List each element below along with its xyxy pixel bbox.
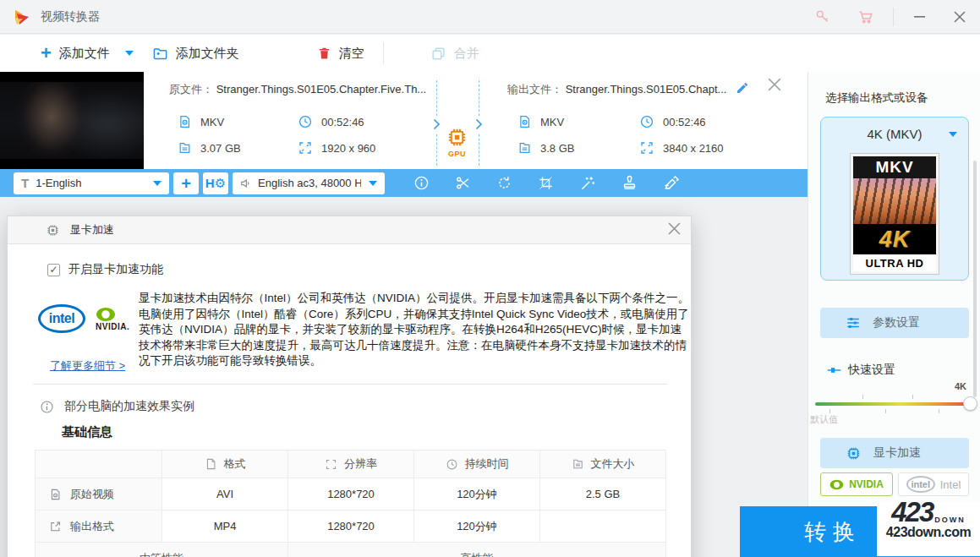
source-resolution: 1920 x 960 [298, 140, 375, 156]
checkbox-checked[interactable]: ✓ [47, 264, 60, 276]
subtitle-edit-icon[interactable] [663, 175, 680, 192]
parameter-settings-button[interactable]: 参数设置 [820, 308, 969, 338]
add-folder-button[interactable]: 添加文件夹 [152, 46, 239, 62]
enable-gpu-checkbox[interactable]: ✓ 开启显卡加速功能 [47, 262, 163, 277]
clock-icon [298, 114, 313, 129]
info-icon [40, 400, 54, 414]
clock-icon [639, 114, 654, 129]
gpu-status-icon: GPU [446, 126, 468, 158]
subtitle-track-value: 1-English [36, 177, 145, 189]
cart-icon[interactable] [844, 0, 888, 33]
chevron-right-icon [432, 116, 441, 133]
chevron-down-icon [153, 181, 162, 186]
rotate-icon[interactable] [496, 175, 512, 191]
output-panel-title: 选择输出格式或设备 [825, 90, 928, 106]
divider [33, 384, 667, 385]
app-window: 视频转换器 + 添加文件 添加文件夹 [0, 0, 980, 557]
learn-more-link[interactable]: 了解更多细节 > [50, 358, 125, 374]
chevron-right-icon [474, 116, 483, 133]
subtitle-track-select[interactable]: T 1-English [14, 172, 169, 194]
plus-icon: + [41, 44, 52, 63]
output-file-name: Stranger.Things.S01E05.Chapt... [566, 83, 727, 96]
info-icon[interactable] [413, 175, 430, 191]
app-logo-icon [12, 7, 32, 27]
subtitle-t-icon: T [21, 176, 29, 190]
add-subtitle-button[interactable]: + [173, 172, 199, 194]
sliders-icon [846, 315, 861, 330]
hd-settings-button[interactable]: H ⚙ [203, 172, 228, 194]
format-badge: MKV 4K ULTRA HD [850, 153, 939, 275]
table-row-source: 原始视频 AVI 1280*720 120分钟 2.5 GB [36, 478, 666, 511]
merge-button: 合并 [430, 46, 479, 62]
table-header-row: 格式 分辨率 持续时间 文件大小 [36, 451, 666, 478]
watermark-site: 423down.com [877, 525, 980, 540]
output-resolution: 3840 x 2160 [639, 140, 724, 156]
file-row: 原文件： Stranger.Things.S01E05.Chapter.Five… [0, 72, 808, 169]
convert-button[interactable]: 转换 423 DOWN 423down.com [740, 506, 980, 557]
nvidia-button[interactable]: NVIDIA [820, 472, 893, 496]
main-toolbar: + 添加文件 添加文件夹 清空 合并 [0, 35, 980, 72]
quality-slider[interactable] [815, 402, 972, 406]
output-size: 3.8 GB [517, 140, 574, 156]
crop-icon[interactable] [538, 175, 554, 191]
trash-icon [317, 46, 331, 61]
slider-handle[interactable] [963, 396, 977, 411]
dialog-close-icon[interactable] [668, 222, 681, 235]
video-thumbnail [0, 72, 144, 169]
gpu-acceleration-dialog: 显卡加速 ✓ 开启显卡加速功能 intel NVIDIA. 显卡加速技术由因特尔… [7, 216, 692, 557]
output-format: MKV [517, 114, 564, 129]
audio-track-select[interactable]: English ac3, 48000 Hz [233, 172, 385, 194]
gpu-label: GPU [446, 150, 468, 158]
slider-tick [912, 395, 913, 399]
slider-tick [939, 409, 939, 413]
table-row-performance: 中等性能 高性能 [36, 543, 666, 557]
effects-wand-icon[interactable] [579, 175, 596, 192]
quick-settings-label: 快速设置 [827, 363, 895, 378]
chevron-down-icon [949, 132, 957, 137]
edit-bar: T 1-English + H ⚙ English ac3, 48000 Hz [0, 169, 808, 197]
register-key-icon[interactable] [800, 0, 844, 33]
badge-4k-label: 4K [853, 224, 936, 254]
nvidia-eye-icon [829, 479, 844, 490]
example-table: 格式 分辨率 持续时间 文件大小 原始视频 AVI 1280*720 120分钟… [35, 450, 666, 557]
slider-default-label: 默认值 [810, 413, 838, 426]
dialog-header: 显卡加速 [8, 216, 691, 244]
add-file-dropdown-caret[interactable] [125, 51, 134, 56]
edit-tools [413, 175, 680, 192]
trim-scissors-icon[interactable] [455, 175, 471, 191]
chip-icon [46, 223, 60, 238]
watermark-number: 423 [891, 502, 933, 524]
add-file-button[interactable]: + 添加文件 [41, 44, 110, 63]
format-icon [205, 457, 217, 471]
export-icon [49, 520, 62, 533]
clear-button[interactable]: 清空 [317, 46, 364, 62]
gpu-acceleration-button[interactable]: 显卡加速 [820, 438, 969, 468]
quality-level-label: 4K [955, 381, 966, 391]
clock-icon [446, 458, 458, 471]
watermark-stamp-icon[interactable] [621, 175, 638, 191]
intel-button[interactable]: intel Intel [898, 472, 969, 496]
scrollbar[interactable] [973, 161, 977, 397]
close-button[interactable] [939, 0, 980, 33]
file-size-icon [517, 140, 532, 156]
speaker-icon [239, 177, 253, 190]
format-icon [517, 114, 532, 129]
rename-pencil-icon[interactable] [736, 81, 749, 95]
resolution-icon [325, 458, 337, 471]
nvidia-eye-icon [96, 307, 129, 322]
resolution-icon [298, 140, 313, 156]
badge-tiger-image [853, 178, 936, 224]
toolbar-separator [383, 42, 384, 64]
format-selector[interactable]: 4K (MKV) MKV 4K ULTRA HD [820, 117, 969, 281]
badge-uhd-label: ULTRA HD [853, 254, 936, 271]
source-file-name: Stranger.Things.S01E05.Chapter.Five.Th..… [216, 83, 427, 96]
watermark-423down: 423 DOWN 423down.com [877, 502, 980, 556]
video-file-icon [49, 488, 62, 501]
remove-file-icon[interactable] [768, 78, 781, 91]
slider-tick [885, 409, 886, 413]
minimize-button[interactable] [899, 0, 939, 33]
basic-info-title: 基础信息 [62, 424, 112, 440]
hd-label: H [205, 176, 215, 190]
plus-icon: + [181, 175, 191, 192]
file-size-icon [178, 140, 192, 156]
